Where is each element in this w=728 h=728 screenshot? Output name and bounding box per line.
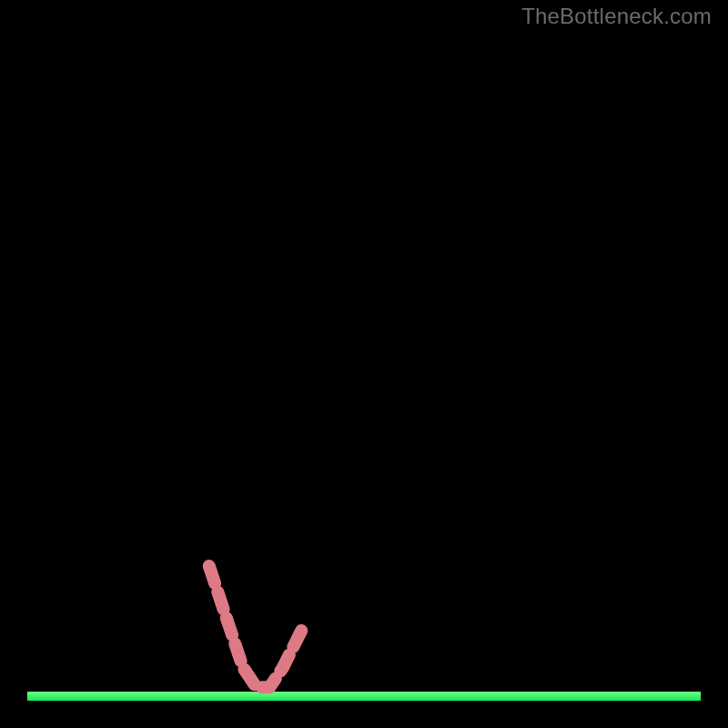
plot-area xyxy=(27,27,701,701)
chart-frame: TheBottleneck.com xyxy=(0,0,728,728)
curve-svg xyxy=(27,27,701,701)
bottleneck-curve xyxy=(27,27,701,687)
watermark-text: TheBottleneck.com xyxy=(521,4,712,29)
